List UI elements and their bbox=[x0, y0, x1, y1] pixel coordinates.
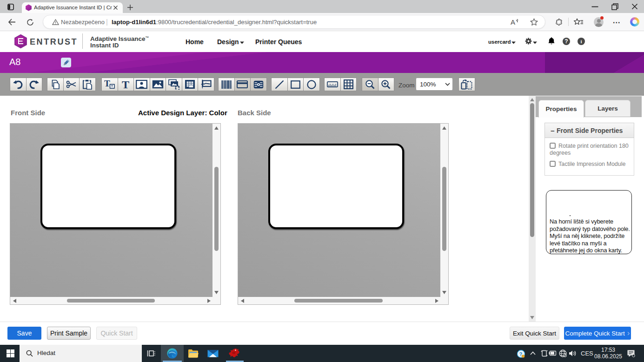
svg-text:T: T bbox=[122, 79, 129, 90]
svg-text:T: T bbox=[104, 79, 110, 88]
svg-text:A: A bbox=[511, 18, 515, 26]
